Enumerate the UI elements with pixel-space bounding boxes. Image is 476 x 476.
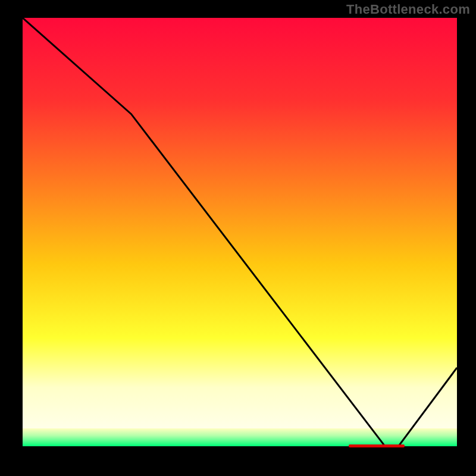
curve-line <box>23 18 457 455</box>
chart-container: TheBottleneck.com <box>0 0 476 476</box>
plot-area <box>23 18 457 455</box>
watermark-label: TheBottleneck.com <box>346 2 470 17</box>
bottleneck-curve <box>23 18 457 455</box>
optimal-marker <box>349 444 405 447</box>
